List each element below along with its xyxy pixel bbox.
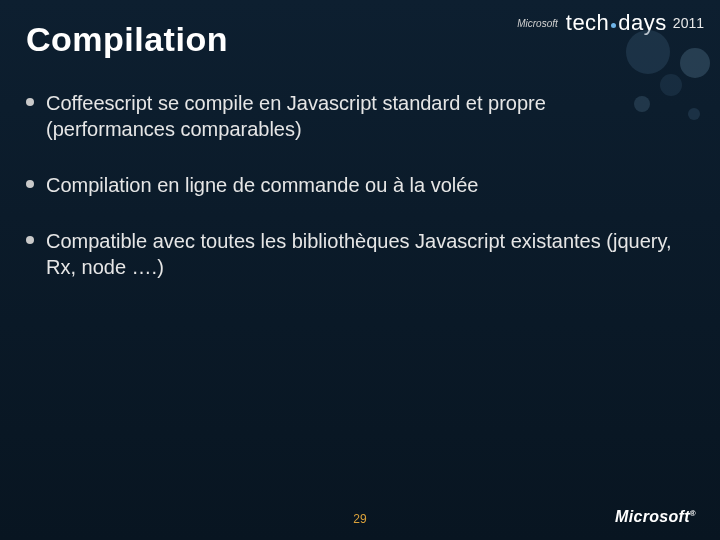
registered-icon: ® [690, 509, 696, 518]
slide-title: Compilation [26, 20, 228, 59]
list-item: Compilation en ligne de commande ou à la… [26, 172, 680, 198]
microsoft-wordmark: Microsoft [615, 508, 690, 525]
footer: 29 [0, 512, 720, 526]
bullet-icon [26, 98, 34, 106]
bullet-text: Compilation en ligne de commande ou à la… [46, 172, 479, 198]
techdays-vendor: Microsoft [517, 18, 558, 29]
bubble-icon [688, 108, 700, 120]
bullet-icon [26, 180, 34, 188]
techdays-wordmark: techdays [566, 10, 667, 36]
bubble-icon [680, 48, 710, 78]
bullet-text: Coffeescript se compile en Javascript st… [46, 90, 680, 142]
bullet-list: Coffeescript se compile en Javascript st… [26, 90, 680, 310]
list-item: Coffeescript se compile en Javascript st… [26, 90, 680, 142]
microsoft-logo: Microsoft® [615, 508, 696, 526]
techdays-word-left: tech [566, 10, 610, 35]
bubble-icon [626, 30, 670, 74]
techdays-word-right: days [618, 10, 666, 35]
page-number: 29 [353, 512, 366, 526]
techdays-year: 2011 [673, 15, 704, 31]
slide: Compilation Microsoft techdays 2011 Coff… [0, 0, 720, 540]
dot-icon [611, 23, 616, 28]
techdays-logo: Microsoft techdays 2011 [517, 10, 704, 36]
bullet-icon [26, 236, 34, 244]
bullet-text: Compatible avec toutes les bibliothèques… [46, 228, 680, 280]
list-item: Compatible avec toutes les bibliothèques… [26, 228, 680, 280]
